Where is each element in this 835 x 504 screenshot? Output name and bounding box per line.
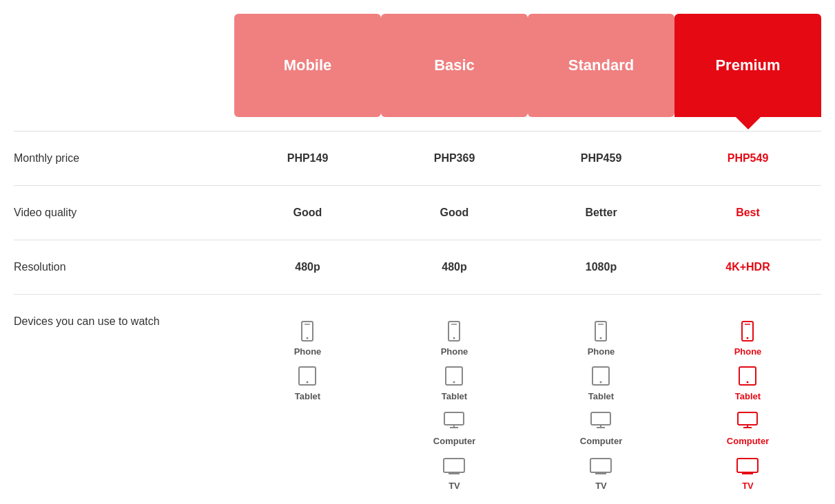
device-tablet-premium: Tablet: [735, 364, 761, 401]
plan-header-premium: Premium: [674, 14, 821, 117]
svg-point-6: [453, 337, 455, 339]
video-quality-row: Video quality Good Good Better Best: [14, 185, 821, 240]
phone-icon: [442, 319, 466, 344]
computer-icon: [442, 408, 466, 433]
device-phone-premium: Phone: [734, 319, 762, 357]
phone-icon: [295, 319, 320, 344]
header-row: Mobile Basic Standard Premium: [14, 14, 821, 117]
resolution-mobile: 480p: [234, 254, 381, 280]
plan-label-premium: Premium: [715, 56, 780, 74]
svg-rect-30: [738, 412, 757, 425]
svg-rect-10: [444, 412, 464, 425]
device-computer-premium: Computer: [727, 408, 769, 446]
devices-col-mobile: Phone Tablet: [294, 315, 322, 401]
monthly-price-premium: PHP549: [674, 145, 821, 171]
plan-header-basic: Basic: [381, 14, 528, 117]
tv-icon: [588, 453, 613, 478]
monthly-price-label: Monthly price: [14, 145, 234, 171]
plan-label-standard: Standard: [568, 56, 634, 74]
svg-point-19: [600, 381, 602, 384]
device-computer-basic: Computer: [433, 408, 475, 446]
video-quality-label: Video quality: [14, 200, 234, 226]
svg-point-16: [600, 337, 602, 339]
resolution-premium: 4K+HDR: [674, 254, 821, 280]
devices-col-premium: Phone Tablet Computer: [727, 315, 769, 491]
tv-icon: [735, 453, 760, 478]
device-tv-basic: TV: [442, 453, 466, 491]
resolution-row: Resolution 480p 480p 1080p 4K+HDR: [14, 240, 821, 294]
tablet-icon: [735, 364, 760, 388]
resolution-label: Resolution: [14, 254, 234, 280]
device-computer-standard: Computer: [580, 408, 622, 446]
device-phone-standard: Phone: [588, 319, 615, 357]
comparison-table: Mobile Basic Standard Premium Monthly pr…: [14, 14, 821, 504]
video-quality-premium: Best: [674, 200, 821, 226]
video-quality-mobile: Good: [234, 200, 381, 226]
plan-header-standard: Standard: [528, 14, 674, 117]
phone-icon: [588, 319, 613, 344]
svg-point-4: [307, 381, 309, 384]
video-quality-basic: Good: [381, 200, 528, 226]
svg-point-26: [747, 337, 749, 339]
device-phone-basic: Phone: [441, 319, 468, 357]
device-phone-mobile: Phone: [294, 319, 322, 357]
plan-label-basic: Basic: [434, 56, 475, 74]
svg-point-29: [747, 381, 749, 384]
monthly-price-row: Monthly price PHP149 PHP369 PHP459 PHP54…: [14, 131, 821, 185]
resolution-standard: 1080p: [528, 254, 674, 280]
devices-col-basic: Phone Tablet Computer: [433, 315, 475, 491]
devices-premium: Phone Tablet Computer: [674, 308, 821, 498]
header-empty: [14, 14, 234, 117]
computer-icon: [588, 408, 613, 433]
device-tablet-basic: Tablet: [442, 364, 467, 401]
tablet-icon: [442, 364, 466, 388]
tablet-icon: [295, 364, 320, 388]
computer-icon: [735, 408, 760, 433]
phone-icon: [735, 319, 760, 344]
devices-mobile: Phone Tablet: [234, 308, 381, 408]
devices-standard: Phone Tablet Computer: [528, 308, 674, 498]
devices-row: Devices you can use to watch Phone: [14, 294, 821, 504]
monthly-price-mobile: PHP149: [234, 145, 381, 171]
plan-header-mobile: Mobile: [234, 14, 381, 117]
monthly-price-basic: PHP369: [381, 145, 528, 171]
tablet-icon: [588, 364, 613, 388]
plan-label-mobile: Mobile: [284, 56, 332, 74]
devices-col-standard: Phone Tablet Computer: [580, 315, 622, 491]
svg-rect-13: [444, 459, 464, 472]
device-tablet-standard: Tablet: [588, 364, 614, 401]
device-tablet-mobile: Tablet: [295, 364, 320, 401]
monthly-price-standard: PHP459: [528, 145, 674, 171]
svg-point-9: [453, 381, 455, 384]
svg-rect-33: [737, 459, 758, 472]
svg-point-1: [307, 337, 309, 339]
devices-label: Devices you can use to watch: [14, 308, 234, 335]
device-tv-standard: TV: [588, 453, 613, 491]
tv-icon: [442, 453, 466, 478]
resolution-basic: 480p: [381, 254, 528, 280]
svg-rect-20: [591, 412, 610, 425]
devices-basic: Phone Tablet Computer: [381, 308, 528, 498]
svg-rect-23: [590, 459, 611, 472]
video-quality-standard: Better: [528, 200, 674, 226]
device-tv-premium: TV: [735, 453, 760, 491]
